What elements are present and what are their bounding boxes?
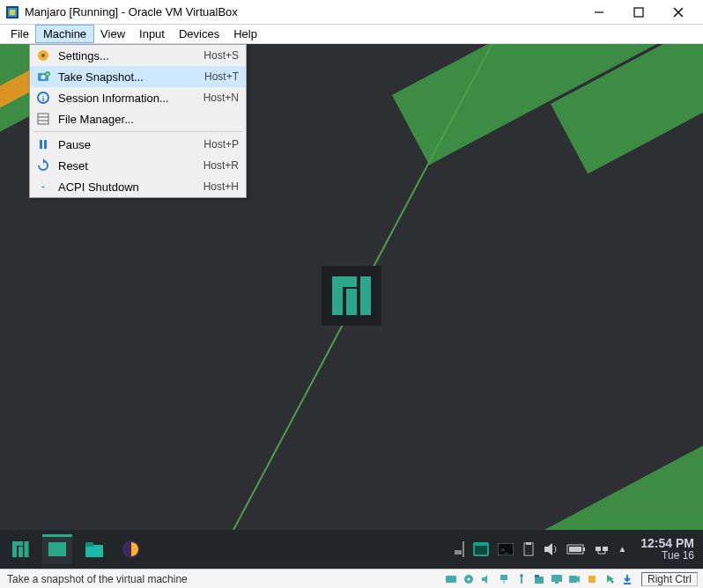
tray-volume-icon[interactable] xyxy=(544,543,558,555)
menu-item-label: Settings... xyxy=(58,49,204,62)
svg-point-47 xyxy=(467,577,470,580)
svg-rect-56 xyxy=(555,582,559,584)
application-launcher[interactable] xyxy=(5,534,35,564)
svg-point-8 xyxy=(41,54,45,57)
menu-take-snapshot[interactable]: + Take Snapshot... Host+T xyxy=(30,66,246,87)
taskbar-desktop-button[interactable] xyxy=(42,534,72,564)
svg-marker-20 xyxy=(43,158,46,164)
tray-clipboard-icon[interactable] xyxy=(522,542,535,556)
menu-item-shortcut: Host+N xyxy=(204,92,239,104)
svg-rect-25 xyxy=(12,541,23,546)
menu-item-shortcut: Host+S xyxy=(204,49,239,62)
menu-item-label: File Manager... xyxy=(58,113,239,126)
menu-session-info[interactable]: i Session Information... Host+N xyxy=(30,87,246,108)
gear-icon xyxy=(35,48,51,62)
manjaro-logo xyxy=(322,266,381,326)
clock-date: Tue 16 xyxy=(640,550,694,562)
tray-battery-icon[interactable] xyxy=(566,544,586,555)
menu-item-label: Pause xyxy=(58,138,204,151)
vb-network-icon[interactable] xyxy=(497,572,511,586)
menubar: File Machine View Input Devices Help xyxy=(0,25,703,44)
svg-rect-40 xyxy=(596,547,601,551)
svg-rect-38 xyxy=(569,547,581,552)
svg-rect-59 xyxy=(588,576,596,583)
statusbar-text: Take a snapshot of the virtual machine xyxy=(0,573,444,585)
titlebar[interactable]: Manjaro [Running] - Oracle VM VirtualBox xyxy=(0,0,703,25)
svg-rect-31 xyxy=(475,546,487,555)
svg-point-10 xyxy=(41,75,46,79)
svg-rect-35 xyxy=(526,542,531,545)
svg-rect-53 xyxy=(535,577,544,584)
vb-usb-icon[interactable] xyxy=(514,572,529,586)
machine-menu-dropdown: Settings... Host+S + Take Snapshot... Ho… xyxy=(29,44,247,198)
svg-rect-24 xyxy=(25,541,29,557)
reset-icon xyxy=(35,158,51,173)
desktops-icon[interactable] xyxy=(462,542,464,556)
svg-rect-28 xyxy=(85,542,93,547)
menu-settings[interactable]: Settings... Host+S xyxy=(30,45,246,66)
svg-rect-54 xyxy=(535,575,539,577)
menu-reset[interactable]: Reset Host+R xyxy=(30,155,246,176)
tray-clock[interactable]: 12:54 PM Tue 16 xyxy=(635,537,699,562)
svg-rect-19 xyxy=(44,140,47,149)
menu-pause[interactable]: Pause Host+P xyxy=(30,134,246,155)
svg-rect-41 xyxy=(603,547,608,551)
tray-yakuake-icon[interactable] xyxy=(473,542,489,556)
menu-file-manager[interactable]: File Manager... xyxy=(30,108,246,129)
menu-help[interactable]: Help xyxy=(226,26,264,42)
tray-network-icon[interactable] xyxy=(595,543,609,555)
menu-item-shortcut: Host+P xyxy=(204,138,239,151)
menu-item-label: Reset xyxy=(58,159,204,173)
svg-rect-55 xyxy=(551,575,562,582)
menu-input[interactable]: Input xyxy=(132,26,172,42)
menu-item-shortcut: Host+H xyxy=(204,180,239,193)
vb-harddisk-icon[interactable] xyxy=(444,572,458,586)
svg-rect-18 xyxy=(40,140,42,149)
close-button[interactable] xyxy=(658,1,698,24)
svg-marker-58 xyxy=(577,576,580,583)
vb-shared-folders-icon[interactable] xyxy=(532,572,546,586)
menu-machine[interactable]: Machine xyxy=(36,26,93,42)
vb-audio-icon[interactable] xyxy=(479,572,493,586)
taskbar-app-firefox[interactable] xyxy=(116,534,146,564)
svg-rect-57 xyxy=(569,576,577,583)
menu-file[interactable]: File xyxy=(4,26,36,42)
svg-rect-4 xyxy=(634,8,643,17)
clock-time: 12:54 PM xyxy=(640,537,694,550)
info-icon: i xyxy=(35,91,51,105)
tray-expand-icon[interactable]: ▲ xyxy=(618,544,626,554)
minimize-button[interactable] xyxy=(579,1,618,24)
shutdown-icon xyxy=(35,180,51,194)
svg-rect-39 xyxy=(583,548,585,551)
vb-optical-icon[interactable] xyxy=(462,572,476,586)
svg-rect-34 xyxy=(524,543,533,555)
svg-rect-26 xyxy=(48,542,66,556)
svg-text:i: i xyxy=(42,94,45,103)
snapshot-icon: + xyxy=(35,70,51,84)
svg-text:+: + xyxy=(46,71,49,77)
svg-rect-2 xyxy=(10,10,15,15)
menu-item-label: ACPI Shutdown xyxy=(58,180,204,194)
taskbar-app-files[interactable] xyxy=(79,534,109,564)
svg-rect-45 xyxy=(446,576,456,583)
svg-marker-48 xyxy=(482,575,487,584)
menu-devices[interactable]: Devices xyxy=(172,26,226,42)
tray-terminal-icon[interactable]: >_ xyxy=(498,543,514,555)
menu-view[interactable]: View xyxy=(93,26,132,42)
file-manager-icon xyxy=(35,112,51,126)
vb-recording-icon[interactable] xyxy=(567,572,581,586)
vb-display-icon[interactable] xyxy=(550,572,564,586)
svg-rect-23 xyxy=(18,547,23,557)
menu-acpi-shutdown[interactable]: ACPI Shutdown Host+H xyxy=(30,176,246,197)
menu-item-shortcut: Host+T xyxy=(204,70,239,83)
vb-cpu-icon[interactable] xyxy=(585,572,599,586)
vb-mouse-integration-icon[interactable] xyxy=(603,572,617,586)
maximize-button[interactable] xyxy=(618,1,658,24)
vb-keyboard-capture-icon[interactable] xyxy=(620,572,634,586)
menu-item-label: Take Snapshot... xyxy=(58,70,204,84)
virtualbox-icon xyxy=(5,5,19,19)
menu-item-shortcut: Host+R xyxy=(204,159,239,172)
svg-text:>_: >_ xyxy=(500,546,509,554)
virtualbox-statusbar: Take a snapshot of the virtual machine R… xyxy=(0,569,703,588)
hostkey-indicator[interactable]: Right Ctrl xyxy=(641,572,698,586)
